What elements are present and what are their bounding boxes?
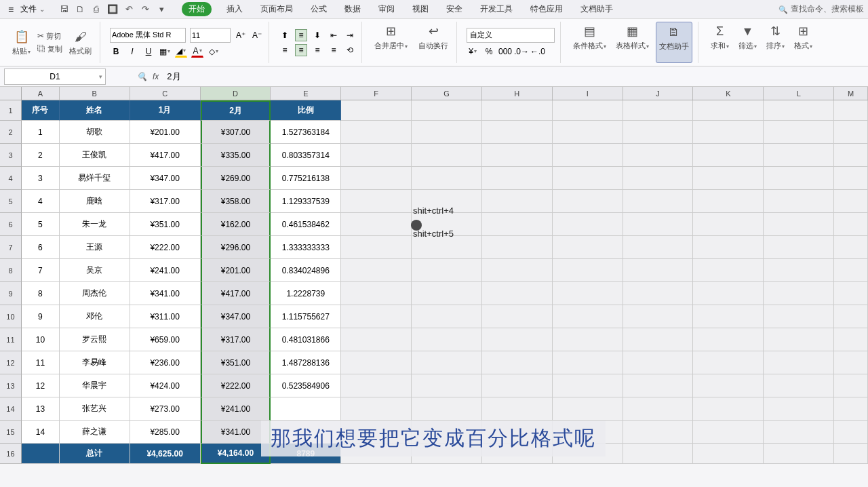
cell[interactable] xyxy=(834,144,868,167)
cell[interactable] xyxy=(341,282,412,305)
tab-dev[interactable]: 开发工具 xyxy=(477,2,515,16)
cell[interactable] xyxy=(693,397,764,421)
col-header-A[interactable]: A xyxy=(22,87,60,100)
row-header[interactable]: 12 xyxy=(0,351,22,374)
cell[interactable]: ¥317.00 xyxy=(130,190,201,213)
row-header[interactable]: 5 xyxy=(0,190,22,213)
cell[interactable] xyxy=(482,213,553,236)
row-header[interactable]: 8 xyxy=(0,259,22,282)
tab-data[interactable]: 数据 xyxy=(342,2,363,16)
cell[interactable] xyxy=(623,190,694,213)
cell[interactable] xyxy=(764,236,834,259)
cell[interactable] xyxy=(834,190,868,213)
underline-button[interactable]: U xyxy=(142,45,155,58)
cell[interactable] xyxy=(412,351,482,374)
cell[interactable]: 华晨宇 xyxy=(60,374,130,397)
cell[interactable]: ¥201.00 xyxy=(201,259,271,282)
italic-button[interactable]: I xyxy=(126,45,138,58)
col-header-E[interactable]: E xyxy=(271,87,341,100)
col-header-H[interactable]: H xyxy=(482,87,553,100)
row-header[interactable]: 4 xyxy=(0,167,22,190)
cell[interactable] xyxy=(623,374,694,397)
cell[interactable]: 2月 xyxy=(201,100,271,121)
cell[interactable] xyxy=(623,351,694,374)
cell[interactable]: ¥335.00 xyxy=(201,144,271,167)
cell[interactable]: 吴京 xyxy=(60,259,130,282)
cell[interactable] xyxy=(341,144,412,167)
cell[interactable] xyxy=(693,328,764,351)
cell[interactable] xyxy=(764,421,834,444)
cell[interactable] xyxy=(834,397,868,421)
dec-decimal-button[interactable]: ←.0 xyxy=(532,45,544,58)
col-header-D[interactable]: D xyxy=(201,87,271,100)
cell[interactable]: 姓名 xyxy=(60,100,130,121)
font-size-select[interactable] xyxy=(190,28,231,43)
align-left-button[interactable]: ≡ xyxy=(279,44,291,56)
cell[interactable]: ¥347.00 xyxy=(201,305,271,328)
cell[interactable]: 鹿晗 xyxy=(60,190,130,213)
cell[interactable] xyxy=(482,305,553,328)
cell[interactable] xyxy=(553,305,623,328)
cell[interactable] xyxy=(553,282,623,305)
cell[interactable]: 周杰伦 xyxy=(60,282,130,305)
cell[interactable] xyxy=(693,190,764,213)
tab-layout[interactable]: 页面布局 xyxy=(258,2,296,16)
save-as-icon[interactable]: 🗋 xyxy=(75,4,85,15)
cell[interactable] xyxy=(271,397,341,421)
cell[interactable]: ¥659.00 xyxy=(130,328,201,351)
cell[interactable]: ¥417.00 xyxy=(201,282,271,305)
cell[interactable] xyxy=(834,236,868,259)
cell[interactable] xyxy=(341,100,412,121)
redo-icon[interactable]: ↷ xyxy=(140,4,151,15)
tab-insert[interactable]: 插入 xyxy=(224,2,245,16)
cell[interactable] xyxy=(764,121,834,144)
cell[interactable]: 李易峰 xyxy=(60,351,130,374)
cell[interactable] xyxy=(341,190,412,213)
sum-button[interactable]: Σ求和 xyxy=(708,22,732,63)
cell[interactable]: 张艺兴 xyxy=(60,397,130,421)
formula-input[interactable] xyxy=(164,69,435,84)
cell[interactable]: ¥241.00 xyxy=(201,397,271,421)
cell[interactable] xyxy=(482,190,553,213)
col-header-F[interactable]: F xyxy=(341,87,412,100)
fx-icon[interactable]: fx xyxy=(153,72,159,81)
cell[interactable]: 4 xyxy=(22,190,60,213)
cell[interactable] xyxy=(764,328,834,351)
cell[interactable] xyxy=(834,167,868,190)
cell[interactable]: ¥241.00 xyxy=(130,259,201,282)
col-header-K[interactable]: K xyxy=(693,87,764,100)
cell[interactable]: 11 xyxy=(22,351,60,374)
cell[interactable] xyxy=(764,213,834,236)
cut-button[interactable]: ✂剪切 xyxy=(36,31,64,42)
col-header-B[interactable]: B xyxy=(60,87,130,100)
percent-button[interactable]: % xyxy=(483,45,495,58)
cell[interactable]: 1.487288136 xyxy=(271,351,341,374)
select-all-corner[interactable] xyxy=(0,87,22,100)
cell[interactable]: 9 xyxy=(22,305,60,328)
tab-start[interactable]: 开始 xyxy=(182,2,212,16)
preview-icon[interactable]: 🔲 xyxy=(107,4,118,15)
cell[interactable] xyxy=(623,121,694,144)
cell[interactable] xyxy=(764,190,834,213)
cell[interactable] xyxy=(412,167,482,190)
cell[interactable] xyxy=(482,100,553,121)
cell[interactable]: ¥4,625.00 xyxy=(130,444,201,464)
cell[interactable] xyxy=(412,259,482,282)
cell[interactable] xyxy=(553,100,623,121)
currency-button[interactable]: ¥ xyxy=(467,45,479,58)
cell[interactable] xyxy=(482,282,553,305)
cell[interactable]: ¥341.00 xyxy=(201,421,271,444)
tab-dochelper[interactable]: 文档助手 xyxy=(578,2,616,16)
comma-button[interactable]: 000 xyxy=(499,45,511,58)
cell[interactable] xyxy=(693,167,764,190)
cell[interactable] xyxy=(412,100,482,121)
cell[interactable]: 1月 xyxy=(130,100,201,121)
search-box[interactable]: 查找命令、搜索模板 xyxy=(778,3,864,15)
cell[interactable] xyxy=(623,100,694,121)
row-header[interactable]: 14 xyxy=(0,397,22,421)
cell[interactable] xyxy=(693,305,764,328)
cell[interactable] xyxy=(623,397,694,421)
cell[interactable]: 薛之谦 xyxy=(60,421,130,444)
tab-formula[interactable]: 公式 xyxy=(308,2,330,16)
cell[interactable] xyxy=(553,351,623,374)
